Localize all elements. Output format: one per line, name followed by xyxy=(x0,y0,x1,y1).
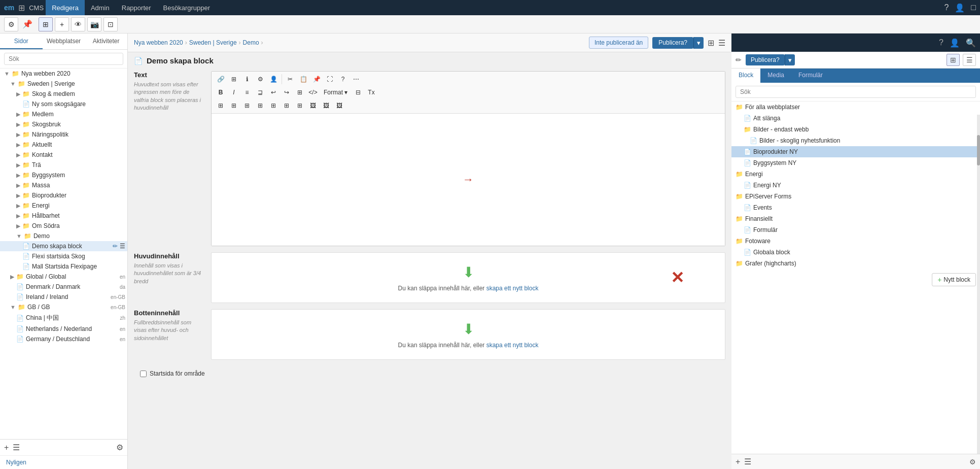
camera-btn[interactable]: 📷 xyxy=(87,17,101,31)
bottom-drop-zone[interactable]: ⬇ Du kan släppa innehåll här, eller skap… xyxy=(211,309,725,360)
layout-btn[interactable]: ⊡ xyxy=(103,17,118,31)
rp-tree-item-bilderenda[interactable]: 📁 Bilder - endast webb xyxy=(731,124,980,135)
person-btn[interactable]: 👤 xyxy=(267,74,279,85)
rp-publish-dropdown[interactable]: ▾ xyxy=(785,54,795,65)
ol-btn[interactable]: ⊒ xyxy=(254,87,266,98)
window-icon[interactable]: □ xyxy=(971,3,976,12)
not-published-btn[interactable]: Inte publicerad än xyxy=(589,37,648,49)
tree-item-germany[interactable]: 📄 Germany / Deutschland en xyxy=(0,334,127,344)
rp-card-view[interactable]: ⊞ xyxy=(947,54,960,66)
tree-item-demo-skapa[interactable]: 📄 Demo skapa block ✏ ☰ xyxy=(0,241,127,251)
startsida-label[interactable]: Startsida för område xyxy=(140,370,719,377)
tree-item-nyawebben[interactable]: ▼ 📁 Nya webben 2020 xyxy=(0,69,127,79)
table-r2[interactable]: ⊞ xyxy=(228,100,240,111)
nav-rapporter[interactable]: Rapporter xyxy=(116,0,157,15)
nav-besokargrupper[interactable]: Besökargrupper xyxy=(157,0,217,15)
table-r1[interactable]: ⊞ xyxy=(215,100,227,111)
more-icon[interactable]: ☰ xyxy=(120,243,125,250)
tree-item-demo[interactable]: ▼ 📁 Demo xyxy=(0,231,127,241)
list-view-icon[interactable]: ☰ xyxy=(718,38,725,48)
img1[interactable]: 🖼 xyxy=(307,100,319,111)
rp-tree-item-formular[interactable]: 📄 Formulär xyxy=(731,224,980,236)
columns-icon[interactable]: ⊞ xyxy=(708,38,714,48)
rp-publish-btn[interactable]: Publicera? xyxy=(746,54,785,65)
tree-item-aktuellt[interactable]: ▶ 📁 Aktuellt xyxy=(0,140,127,150)
more-btn[interactable]: ⋯ xyxy=(350,74,362,85)
create-block-link[interactable]: skapa ett nytt block xyxy=(486,285,539,292)
img3[interactable]: 🖼 xyxy=(333,100,345,111)
table-r6[interactable]: ⊞ xyxy=(281,100,293,111)
user-icon[interactable]: 👤 xyxy=(955,3,965,13)
bottom-create-block-link[interactable]: skapa ett nytt block xyxy=(486,342,539,349)
rp-help-icon[interactable]: ? xyxy=(939,38,943,48)
grid-icon[interactable]: ⊞ xyxy=(18,3,25,13)
table-r3[interactable]: ⊞ xyxy=(241,100,253,111)
rp-search-icon[interactable]: 🔍 xyxy=(966,38,976,48)
tree-item-energi[interactable]: ▶ 📁 Energi xyxy=(0,200,127,211)
rp-tree-item-finansiellt[interactable]: 📁 Finansiellt xyxy=(731,213,980,224)
startsida-checkbox[interactable] xyxy=(140,371,147,377)
add-btn[interactable]: + xyxy=(55,17,69,31)
rp-tab-media[interactable]: Media xyxy=(760,69,791,83)
format-dropdown[interactable]: Format ▾ xyxy=(320,87,351,98)
paste-btn[interactable]: 📌 xyxy=(310,74,323,85)
nav-admin[interactable]: Admin xyxy=(85,0,116,15)
breadcrumb-link-2[interactable]: Sweden | Sverige xyxy=(189,39,237,46)
grid-view-btn[interactable]: ⊞ xyxy=(39,17,53,31)
rp-scrollbar[interactable] xyxy=(977,115,980,454)
tree-item-skog[interactable]: ▶ 📁 Skog & medlem xyxy=(0,89,127,99)
tree-item-denmark[interactable]: 📄 Denmark / Danmark da xyxy=(0,282,127,292)
table-r7[interactable]: ⊞ xyxy=(294,100,306,111)
settings-btn[interactable]: ⚙ xyxy=(4,17,18,31)
tree-item-omsodra[interactable]: ▶ 📁 Om Södra xyxy=(0,221,127,231)
add-page-icon[interactable]: + xyxy=(4,443,9,452)
table-btn[interactable]: ⊞ xyxy=(228,74,240,85)
tree-item-kontakt[interactable]: ▶ 📁 Kontakt xyxy=(0,150,127,160)
info-btn[interactable]: ℹ xyxy=(241,74,253,85)
tree-item-ireland[interactable]: 📄 Ireland / Ireland en-GB xyxy=(0,292,127,302)
tree-item-massa[interactable]: ▶ 📁 Massa xyxy=(0,180,127,190)
tree-item-flexi[interactable]: 📄 Flexi startsida Skog xyxy=(0,251,127,261)
breadcrumb-link-3[interactable]: Demo xyxy=(243,39,259,46)
bold-btn[interactable]: B xyxy=(215,87,227,98)
rp-tree-item-energiny[interactable]: 📄 Energi NY xyxy=(731,180,980,191)
rp-settings-icon[interactable]: ⚙ xyxy=(969,458,976,466)
breadcrumb-link-1[interactable]: Nya webben 2020 xyxy=(134,39,183,46)
help-icon[interactable]: ? xyxy=(944,3,949,12)
tree-item-mall[interactable]: 📄 Mall Startsida Flexipage xyxy=(0,261,127,272)
tree-item-hallbarhet[interactable]: ▶ 📁 Hållbarhet xyxy=(0,211,127,221)
rp-search-input[interactable] xyxy=(736,86,976,98)
rp-tree-item-bioprodukter[interactable]: 📄 Bioprodukter NY xyxy=(731,146,980,157)
tree-item-gb[interactable]: ▼ 📁 GB / GB en-GB xyxy=(0,302,127,312)
rp-user-icon[interactable]: 👤 xyxy=(950,38,960,48)
code-btn[interactable]: ⚙ xyxy=(254,74,266,85)
tree-item-skogsbruk[interactable]: ▶ 📁 Skogsbruk xyxy=(0,119,127,129)
table-r5[interactable]: ⊞ xyxy=(267,100,279,111)
redo-btn[interactable]: ↪ xyxy=(281,87,293,98)
rp-tree-item-grafer[interactable]: 📁 Grafer (highcharts) xyxy=(731,258,980,269)
rp-list-icon[interactable]: ☰ xyxy=(744,457,751,466)
copy-btn[interactable]: 📋 xyxy=(297,74,309,85)
tree-item-tra[interactable]: ▶ 📁 Trä xyxy=(0,160,127,170)
tree-item-byggsystem[interactable]: ▶ 📁 Byggsystem xyxy=(0,170,127,180)
rp-tree-item-globala[interactable]: 📄 Globala block xyxy=(731,247,980,258)
tree-item-netherlands[interactable]: 📄 Netherlands / Nederland en xyxy=(0,324,127,334)
preview-btn[interactable]: 👁 xyxy=(71,17,85,31)
img2[interactable]: 🖼 xyxy=(320,100,332,111)
rp-tab-block[interactable]: Block xyxy=(731,69,760,83)
table2-btn[interactable]: ⊟ xyxy=(352,87,364,98)
tree-item-bioprodukter[interactable]: ▶ 📁 Bioprodukter xyxy=(0,190,127,200)
sidebar-tab-aktiviteter[interactable]: Aktiviteter xyxy=(85,34,127,49)
sidebar-tab-sidor[interactable]: Sidor xyxy=(0,34,43,49)
rp-tree-item-byggsystem[interactable]: 📄 Byggsystem NY xyxy=(731,157,980,169)
rp-edit-icon[interactable]: ✏ xyxy=(736,56,742,64)
rp-tree-item-foralla[interactable]: 📁 För alla webbplatser xyxy=(731,102,980,113)
help-btn[interactable]: ? xyxy=(337,74,349,85)
list-icon[interactable]: ☰ xyxy=(13,443,20,452)
tree-item-nysom[interactable]: 📄 Ny som skogsägare xyxy=(0,99,127,109)
tree-item-sweden[interactable]: ▼ 📁 Sweden | Sverige xyxy=(0,79,127,89)
rp-tree-item-bilderskog[interactable]: 📄 Bilder - skoglig nyhetsfunktion xyxy=(731,135,980,146)
edit-icon[interactable]: ✏ xyxy=(113,243,118,250)
rp-tree-item-atslanga[interactable]: 📄 Att slänga xyxy=(731,113,980,124)
rp-tree-item-fotoware[interactable]: 📁 Fotoware xyxy=(731,236,980,247)
